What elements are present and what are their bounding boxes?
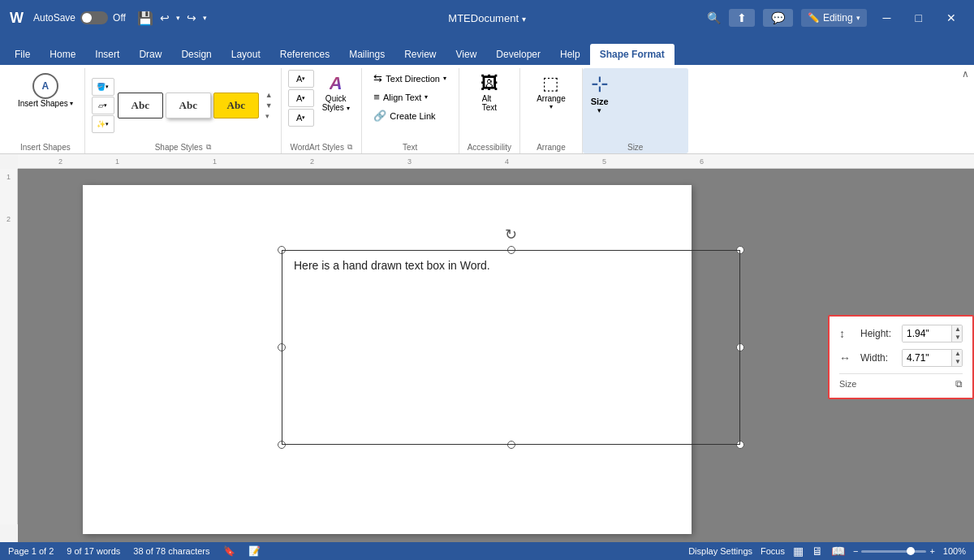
textbox-container[interactable]: ↻ Here is a hand drawn text box in Word. xyxy=(282,250,740,445)
tab-help[interactable]: Help xyxy=(550,44,590,65)
tab-design[interactable]: Design xyxy=(171,44,221,65)
shape-styles-expand-icon[interactable]: ⧉ xyxy=(206,143,211,152)
minimize-btn[interactable]: ─ xyxy=(875,8,899,28)
display-settings-btn[interactable]: Display Settings xyxy=(688,546,752,556)
height-spin-up[interactable]: ▲ xyxy=(951,325,963,334)
width-spin-down[interactable]: ▼ xyxy=(951,358,963,366)
create-link-icon: 🔗 xyxy=(373,110,386,122)
size-expand-btn[interactable]: ⧉ xyxy=(955,378,963,390)
width-label: Width: xyxy=(860,352,897,364)
arrange-icon: ⬚ xyxy=(542,73,559,94)
share-icon[interactable]: ⬆ xyxy=(729,9,755,27)
ruler-mark-neg1: 1 xyxy=(115,157,119,166)
wordart-expand-icon[interactable]: ⧉ xyxy=(347,143,352,152)
width-spin-up[interactable]: ▲ xyxy=(951,350,963,358)
swatch-2[interactable]: Abc xyxy=(166,93,211,118)
width-icon: ↔ xyxy=(839,351,855,364)
redo-icon[interactable]: ↪ xyxy=(187,11,196,24)
text-direction-btn[interactable]: ⇆ Text Direction ▾ xyxy=(368,70,451,87)
document-name[interactable]: MTEDocument xyxy=(448,12,519,24)
tab-references[interactable]: References xyxy=(270,44,339,65)
doc-scroll[interactable]: ↻ Here is a hand drawn text box in Word. xyxy=(18,169,974,542)
rotate-handle[interactable]: ↻ xyxy=(505,226,517,243)
ribbon-collapse-btn[interactable]: ∧ xyxy=(962,68,969,80)
zoom-thumb xyxy=(907,547,915,555)
status-bar: Page 1 of 2 9 of 17 words 38 of 78 chara… xyxy=(0,542,974,560)
close-btn[interactable]: ✕ xyxy=(938,8,964,28)
tab-insert[interactable]: Insert xyxy=(85,44,129,65)
editing-btn[interactable]: ✏️ Editing ▾ xyxy=(801,9,867,27)
zoom-minus[interactable]: − xyxy=(853,546,858,556)
height-input[interactable] xyxy=(903,325,951,342)
char-count: 38 of 78 characters xyxy=(133,546,209,556)
title-bar-center: MTEDocument ▾ xyxy=(328,12,646,24)
size-btn-label: Size xyxy=(591,97,609,106)
size-content: ⊹ Size ▾ xyxy=(591,71,680,141)
view-web-icon[interactable]: 🖥 xyxy=(812,545,823,558)
size-btn-dropdown[interactable]: ▾ xyxy=(597,106,601,114)
alt-text-btn[interactable]: 🖼 AltText xyxy=(469,70,510,115)
maximize-btn[interactable]: □ xyxy=(907,8,930,28)
wordart-texteffects-btn[interactable]: A▾ xyxy=(288,109,314,127)
focus-btn[interactable]: Focus xyxy=(761,546,785,556)
zoom-track[interactable] xyxy=(861,550,926,553)
align-text-btn[interactable]: ≡ Align Text ▾ xyxy=(368,88,433,106)
zoom-plus[interactable]: + xyxy=(929,546,934,556)
undo-icon[interactable]: ↩ xyxy=(160,11,170,24)
save-icon[interactable]: 💾 xyxy=(137,11,153,26)
wordart-textoutline-btn[interactable]: A▾ xyxy=(288,89,314,107)
group-accessibility: 🖼 AltText Accessibility xyxy=(459,68,520,153)
swatch-row: Abc Abc Abc xyxy=(118,93,259,118)
width-row: ↔ Width: ▲ ▼ xyxy=(839,349,963,367)
bookmark-icon[interactable]: 🔖 xyxy=(223,545,235,557)
view-read-icon[interactable]: 📖 xyxy=(831,545,845,558)
swatch-3[interactable]: Abc xyxy=(213,93,259,118)
size-popup: ↕ Height: ▲ ▼ ↔ Width: xyxy=(828,315,974,399)
proofing-icon[interactable]: 📝 xyxy=(248,545,261,557)
tab-draw[interactable]: Draw xyxy=(129,44,171,65)
autosave-toggle[interactable] xyxy=(80,11,108,24)
quick-styles-btn[interactable]: A QuickStyles ▾ xyxy=(317,70,355,115)
tab-mailings[interactable]: Mailings xyxy=(339,44,394,65)
swatch-scroll-down[interactable]: ▼ xyxy=(264,101,274,110)
zoom-level[interactable]: 100% xyxy=(943,546,966,556)
quick-access-dropdown[interactable]: ▾ xyxy=(203,14,207,22)
shape-fill-btn[interactable]: 🪣▾ xyxy=(92,78,114,96)
height-spin-down[interactable]: ▼ xyxy=(951,334,963,342)
tab-shape-format[interactable]: Shape Format xyxy=(590,44,674,65)
alt-text-label: AltText xyxy=(482,94,497,112)
create-link-btn[interactable]: 🔗 Create Link xyxy=(368,107,440,124)
swatch-scroll-up[interactable]: ▲ xyxy=(264,90,274,100)
group-insert-shapes: A Insert Shapes ▾ Insert Shapes xyxy=(5,68,85,153)
swatch-scroll-more[interactable]: ▾ xyxy=(264,111,274,121)
comments-icon[interactable]: 💬 xyxy=(763,9,793,27)
swatches-container: Abc Abc Abc xyxy=(118,93,259,118)
textbox[interactable]: Here is a hand drawn text box in Word. xyxy=(282,250,740,445)
zoom-slider[interactable]: − + xyxy=(853,546,935,556)
textbox-text: Here is a hand drawn text box in Word. xyxy=(282,251,739,280)
accessibility-content: 🖼 AltText xyxy=(469,70,510,141)
quick-styles-label: QuickStyles ▾ xyxy=(322,94,350,112)
wordart-textfill-btn[interactable]: A▾ xyxy=(288,70,314,88)
tab-file[interactable]: File xyxy=(5,44,40,65)
wordart-content: A▾ A▾ A▾ A QuickStyles ▾ xyxy=(288,70,355,141)
swatch-1[interactable]: Abc xyxy=(118,93,163,118)
width-spinners: ▲ ▼ xyxy=(951,350,963,366)
shape-effects-btn[interactable]: ✨▾ xyxy=(92,115,114,133)
content-area: 2 1 1 2 3 4 5 6 1 2 ↻ xyxy=(0,154,974,542)
view-normal-icon[interactable]: ▦ xyxy=(793,545,804,558)
tab-view[interactable]: View xyxy=(446,44,487,65)
document-dropdown[interactable]: ▾ xyxy=(522,15,526,24)
tab-developer[interactable]: Developer xyxy=(486,44,550,65)
undo-dropdown[interactable]: ▾ xyxy=(176,14,180,22)
size-popup-footer: Size ⧉ xyxy=(839,373,963,390)
page-info: Page 1 of 2 xyxy=(8,546,54,556)
tab-layout[interactable]: Layout xyxy=(222,44,270,65)
shapes-button[interactable]: A Insert Shapes ▾ xyxy=(11,70,80,111)
tab-home[interactable]: Home xyxy=(40,44,85,65)
search-icon[interactable]: 🔍 xyxy=(707,11,721,24)
tab-review[interactable]: Review xyxy=(394,44,446,65)
shape-outline-btn[interactable]: ▱▾ xyxy=(92,97,114,114)
width-input[interactable] xyxy=(903,350,951,366)
arrange-btn[interactable]: ⬚ Arrange ▾ xyxy=(528,70,574,114)
